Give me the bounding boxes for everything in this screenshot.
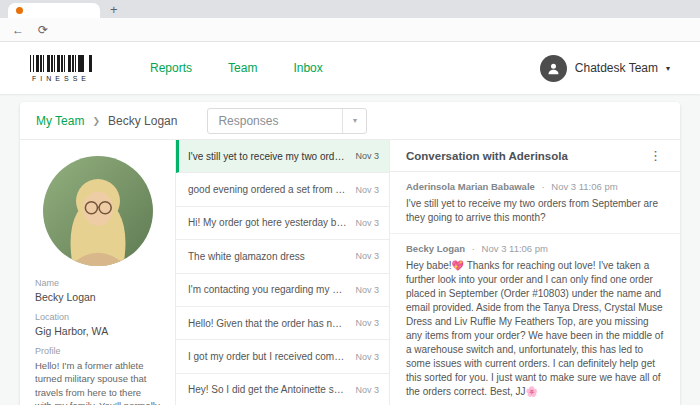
message-sender: Aderinsola Marian Babawale bbox=[406, 181, 535, 192]
finesse-logo: FINESSE bbox=[30, 55, 92, 82]
message-preview: Hey! So I did get the Antoinette set bu.… bbox=[188, 384, 347, 395]
breadcrumb-current: Becky Logan bbox=[108, 114, 177, 128]
new-tab-button[interactable]: + bbox=[100, 2, 128, 18]
message-list: I've still yet to receive my two orders … bbox=[176, 140, 390, 405]
account-name: Chatdesk Team bbox=[575, 61, 658, 75]
barcode-logo-icon bbox=[30, 55, 92, 72]
profile-photo-image bbox=[43, 156, 153, 266]
profile-photo bbox=[43, 156, 153, 266]
person-icon bbox=[546, 61, 561, 76]
page-content: My Team ❯ Becky Logan Responses ▾ bbox=[0, 94, 700, 405]
meta-separator: · bbox=[541, 181, 544, 192]
message-preview: I've still yet to receive my two orders … bbox=[188, 151, 347, 162]
nav-item-team[interactable]: Team bbox=[228, 61, 257, 75]
conversation-panel: Conversation with Aderinsola ⋮ Aderinsol… bbox=[390, 140, 680, 405]
responses-dropdown[interactable]: Responses ▾ bbox=[207, 108, 367, 134]
chevron-down-icon: ▾ bbox=[666, 64, 670, 73]
message-list-item[interactable]: I'm contacting you regarding my order...… bbox=[176, 274, 389, 307]
message-list-item[interactable]: Hi! My order got here yesterday but I'..… bbox=[176, 207, 389, 240]
account-menu[interactable]: Chatdesk Team ▾ bbox=[540, 55, 670, 82]
conversation-message: Aderinsola Marian Babawale · Nov 3 11:06… bbox=[390, 172, 680, 233]
kebab-menu-icon[interactable]: ⋮ bbox=[647, 148, 664, 163]
app-header: FINESSE Reports Team Inbox Chatdesk Team… bbox=[0, 42, 700, 94]
message-body: I've still yet to receive my two orders … bbox=[406, 197, 664, 225]
message-list-item[interactable]: The white glamazon dress Nov 3 bbox=[176, 240, 389, 273]
message-meta: Becky Logan · Nov 3 11:06 pm bbox=[406, 243, 664, 254]
location-value: Gig Harbor, WA bbox=[35, 325, 160, 337]
profile-label: Profile bbox=[35, 346, 160, 356]
team-member-card: My Team ❯ Becky Logan Responses ▾ bbox=[20, 102, 680, 405]
message-timestamp: Nov 3 11:06 pm bbox=[551, 181, 617, 192]
conversation-message: Becky Logan · Nov 3 11:06 pm Hey babe!💖 … bbox=[390, 233, 680, 405]
browser-toolbar: ← ⟳ bbox=[0, 18, 700, 42]
card-header: My Team ❯ Becky Logan Responses ▾ bbox=[20, 102, 680, 140]
conversation-header: Conversation with Aderinsola ⋮ bbox=[390, 140, 680, 172]
responses-dropdown-value: Responses bbox=[208, 114, 342, 128]
conversation-title: Conversation with Aderinsola bbox=[406, 150, 647, 162]
message-preview: I got my order but I received completel.… bbox=[188, 351, 347, 362]
message-preview: Hello! Given that the order has not got … bbox=[188, 318, 347, 329]
message-date: Nov 3 bbox=[355, 352, 379, 362]
chevron-right-icon: ❯ bbox=[92, 116, 100, 126]
card-columns: Name Becky Logan Location Gig Harbor, WA… bbox=[20, 140, 680, 405]
name-label: Name bbox=[35, 278, 160, 288]
profile-panel: Name Becky Logan Location Gig Harbor, WA… bbox=[20, 140, 176, 405]
message-list-item[interactable]: I got my order but I received completel.… bbox=[176, 340, 389, 373]
message-meta: Aderinsola Marian Babawale · Nov 3 11:06… bbox=[406, 181, 664, 192]
message-preview: good evening ordered a set from you ... bbox=[188, 184, 347, 195]
message-date: Nov 3 bbox=[355, 385, 379, 395]
main-nav: Reports Team Inbox bbox=[150, 61, 323, 75]
message-preview: I'm contacting you regarding my order... bbox=[188, 284, 347, 295]
message-date: Nov 3 bbox=[355, 318, 379, 328]
message-preview: Hi! My order got here yesterday but I'..… bbox=[188, 217, 347, 228]
tab-favicon-icon bbox=[16, 7, 23, 14]
name-value: Becky Logan bbox=[35, 291, 160, 303]
nav-item-reports[interactable]: Reports bbox=[150, 61, 192, 75]
message-preview: The white glamazon dress bbox=[188, 251, 347, 262]
message-list-item[interactable]: I've still yet to receive my two orders … bbox=[176, 140, 389, 173]
message-timestamp: Nov 3 11:06 pm bbox=[482, 243, 548, 254]
meta-separator: · bbox=[472, 243, 475, 254]
browser-tab[interactable] bbox=[8, 3, 100, 18]
message-list-item[interactable]: Hey! So I did get the Antoinette set bu.… bbox=[176, 374, 389, 405]
account-avatar bbox=[540, 55, 567, 82]
message-list-item[interactable]: Hello! Given that the order has not got … bbox=[176, 307, 389, 340]
message-sender: Becky Logan bbox=[406, 243, 465, 254]
message-date: Nov 3 bbox=[355, 251, 379, 261]
refresh-icon[interactable]: ⟳ bbox=[38, 24, 48, 36]
breadcrumb-my-team[interactable]: My Team bbox=[36, 114, 84, 128]
message-date: Nov 3 bbox=[355, 218, 379, 228]
nav-item-inbox[interactable]: Inbox bbox=[293, 61, 322, 75]
back-icon[interactable]: ← bbox=[12, 24, 24, 36]
chevron-down-icon: ▾ bbox=[342, 109, 366, 133]
tab-strip: + bbox=[0, 0, 700, 18]
message-list-item[interactable]: good evening ordered a set from you ... … bbox=[176, 173, 389, 206]
logo-text: FINESSE bbox=[32, 75, 90, 82]
location-label: Location bbox=[35, 312, 160, 322]
message-body: Hey babe!💖 Thanks for reaching out love!… bbox=[406, 259, 664, 399]
profile-bio: Hello! I'm a former athlete turned milit… bbox=[35, 359, 160, 405]
browser-chrome: + ← ⟳ bbox=[0, 0, 700, 42]
message-date: Nov 3 bbox=[355, 151, 379, 161]
message-date: Nov 3 bbox=[355, 285, 379, 295]
message-date: Nov 3 bbox=[355, 185, 379, 195]
